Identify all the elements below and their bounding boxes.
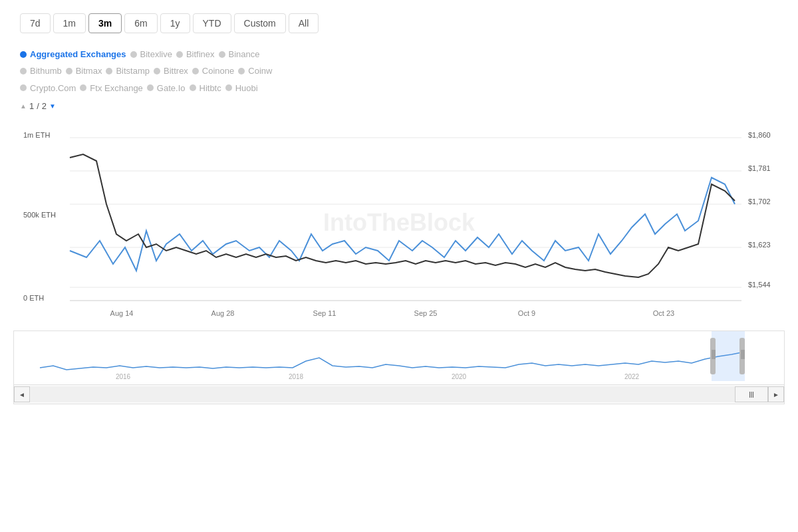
svg-text:Oct 23: Oct 23	[653, 309, 674, 317]
svg-text:$1,623: $1,623	[748, 241, 771, 249]
page-separator: /	[37, 101, 39, 111]
svg-text:2016: 2016	[116, 373, 131, 380]
svg-text:500k ETH: 500k ETH	[23, 211, 56, 219]
btn-1m[interactable]: 1m	[53, 13, 86, 33]
svg-text:2020: 2020	[452, 373, 467, 380]
legend-bitexlive[interactable]: Bitexlive	[130, 47, 172, 62]
legend-coinone[interactable]: Coinone	[192, 63, 234, 78]
legend-aggregated-exchanges[interactable]: Aggregated Exchanges	[20, 47, 126, 62]
legend-label-ftx: Ftx Exchange	[90, 80, 143, 96]
legend-cryptocom[interactable]: Crypto.Com	[20, 80, 76, 96]
svg-text:Oct 9: Oct 9	[518, 309, 535, 317]
svg-text:Aug 14: Aug 14	[110, 309, 134, 317]
legend-bitmax[interactable]: Bitmax	[66, 63, 102, 78]
svg-text:$1,860: $1,860	[748, 131, 771, 139]
btn-3m[interactable]: 3m	[88, 13, 122, 33]
svg-text:1m ETH: 1m ETH	[23, 131, 50, 139]
legend-dot-ftx	[80, 84, 86, 91]
legend-bithumb[interactable]: Bithumb	[20, 63, 62, 78]
legend-dot-gateio	[147, 84, 154, 91]
time-period-selector: 7d 1m 3m 6m 1y YTD Custom All	[20, 13, 778, 33]
chart-legend: Aggregated Exchanges Bitexlive Bitfinex …	[20, 47, 778, 96]
legend-pagination: ▲ 1 / 2 ▼	[20, 101, 778, 111]
legend-coinw[interactable]: Coinw	[238, 63, 272, 78]
legend-dot-bithumb	[20, 68, 27, 74]
legend-label-bitfinex: Bitfinex	[186, 47, 215, 62]
scroll-handle-button[interactable]: |||	[735, 386, 768, 402]
btn-7d[interactable]: 7d	[20, 13, 51, 33]
legend-label-cryptocom: Crypto.Com	[30, 80, 76, 96]
legend-huobi[interactable]: Huobi	[225, 80, 258, 96]
legend-dot-binance	[219, 51, 225, 58]
scroll-right-button[interactable]: ►	[768, 386, 784, 402]
svg-text:IntoTheBlock: IntoTheBlock	[323, 209, 475, 236]
scroll-track[interactable]	[30, 386, 735, 402]
legend-bittrex[interactable]: Bittrex	[154, 63, 188, 78]
legend-dot-coinw	[238, 68, 245, 74]
legend-dot-hitbtc	[190, 84, 196, 91]
svg-text:$1,781: $1,781	[748, 164, 771, 172]
btn-6m[interactable]: 6m	[124, 13, 157, 33]
scroll-left-button[interactable]: ◄	[14, 386, 30, 402]
legend-label-bithumb: Bithumb	[30, 63, 62, 78]
legend-dot-bitstamp	[106, 68, 112, 74]
svg-text:Sep 11: Sep 11	[313, 309, 336, 317]
page-next-icon[interactable]: ▼	[49, 102, 56, 110]
legend-row-1: Aggregated Exchanges Bitexlive Bitfinex …	[20, 47, 778, 62]
legend-dot-bitfinex	[176, 51, 183, 58]
legend-gateio[interactable]: Gate.Io	[147, 80, 186, 96]
legend-label-bittrex: Bittrex	[164, 63, 188, 78]
page-current: 1	[29, 101, 34, 111]
legend-label-coinw: Coinw	[248, 63, 272, 78]
legend-binance[interactable]: Binance	[219, 47, 260, 62]
svg-text:Aug 28: Aug 28	[211, 309, 235, 317]
legend-dot-coinone	[192, 68, 199, 74]
legend-label-gateio: Gate.Io	[157, 80, 186, 96]
legend-dot-cryptocom	[20, 84, 27, 91]
legend-label-coinone: Coinone	[202, 63, 234, 78]
btn-all[interactable]: All	[289, 13, 319, 33]
btn-1y[interactable]: 1y	[160, 13, 190, 33]
legend-dot-huobi	[225, 84, 232, 91]
svg-text:0 ETH: 0 ETH	[23, 294, 44, 302]
legend-dot-bittrex	[154, 68, 160, 74]
btn-custom[interactable]: Custom	[234, 13, 286, 33]
main-chart-container: 1m ETH 500k ETH 0 ETH $1,860 $1,781 $1,7…	[13, 118, 785, 331]
legend-label-aggregated: Aggregated Exchanges	[30, 47, 126, 62]
legend-label-bitexlive: Bitexlive	[140, 47, 172, 62]
legend-ftx[interactable]: Ftx Exchange	[80, 80, 143, 96]
legend-label-hitbtc: Hitbtc	[200, 80, 221, 96]
legend-dot-aggregated	[20, 51, 27, 58]
mini-chart-scrollbar: ◄ ||| ►	[14, 384, 784, 404]
page-prev-icon[interactable]: ▲	[20, 102, 27, 110]
legend-row-3: Crypto.Com Ftx Exchange Gate.Io Hitbtc H…	[20, 80, 778, 96]
svg-text:$1,544: $1,544	[748, 281, 771, 289]
legend-dot-bitmax	[66, 68, 72, 74]
legend-dot-bitexlive	[130, 51, 137, 58]
mini-chart-wrapper: 2016 2018 2020 2022 ◄ ||| ►	[13, 331, 785, 404]
main-chart-svg[interactable]: 1m ETH 500k ETH 0 ETH $1,860 $1,781 $1,7…	[13, 118, 785, 331]
legend-row-2: Bithumb Bitmax Bitstamp Bittrex Coinone …	[20, 63, 778, 78]
legend-label-binance: Binance	[229, 47, 260, 62]
svg-text:2022: 2022	[624, 373, 640, 380]
legend-bitfinex[interactable]: Bitfinex	[176, 47, 215, 62]
svg-text:2018: 2018	[289, 373, 304, 380]
svg-text:$1,702: $1,702	[748, 198, 771, 205]
legend-bitstamp[interactable]: Bitstamp	[106, 63, 150, 78]
svg-text:Sep 25: Sep 25	[414, 309, 438, 317]
legend-label-bitmax: Bitmax	[76, 63, 102, 78]
btn-ytd[interactable]: YTD	[193, 13, 231, 33]
legend-label-bitstamp: Bitstamp	[116, 63, 150, 78]
legend-label-huobi: Huobi	[235, 80, 258, 96]
page-total: 2	[42, 101, 47, 111]
legend-hitbtc[interactable]: Hitbtc	[190, 80, 221, 96]
mini-chart-svg[interactable]: 2016 2018 2020 2022	[14, 331, 784, 384]
